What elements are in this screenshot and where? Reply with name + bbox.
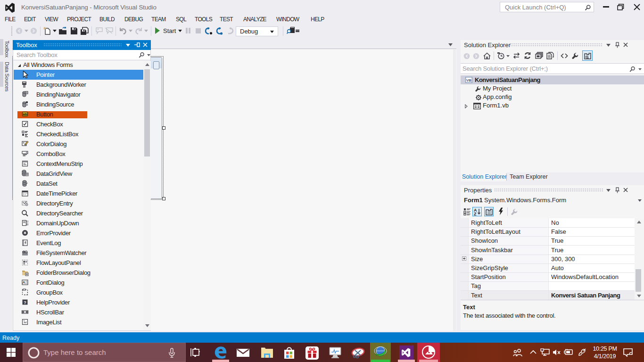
svg-text:Z: Z xyxy=(474,212,477,215)
svg-text:?: ? xyxy=(24,300,26,305)
svg-text:ab: ab xyxy=(23,112,27,116)
svg-text:A: A xyxy=(22,280,25,285)
svg-text:VB: VB xyxy=(466,78,471,82)
